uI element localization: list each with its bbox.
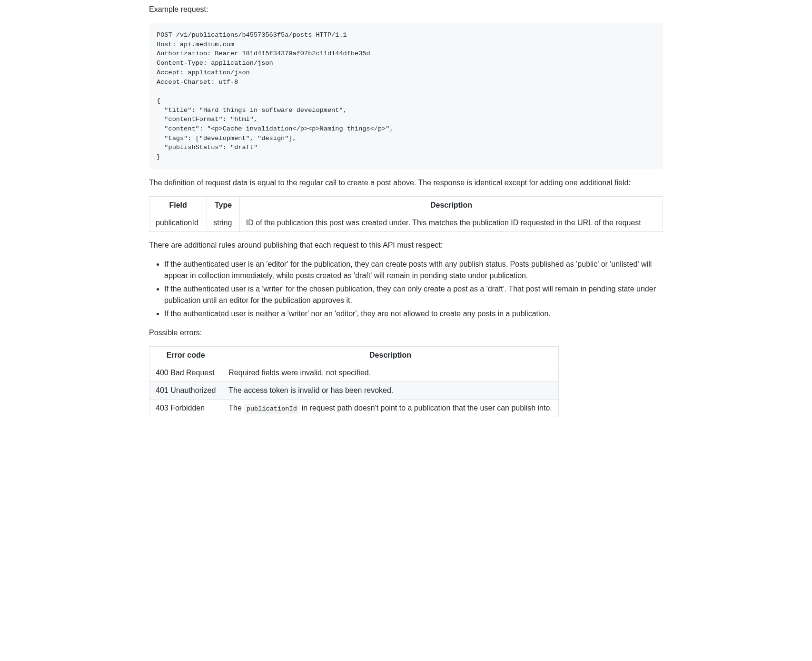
table-row: 401 Unauthorized The access token is inv… bbox=[149, 381, 559, 399]
table-row: publicationId string ID of the publicati… bbox=[149, 214, 663, 231]
fields-header-type: Type bbox=[207, 196, 240, 214]
table-row: 403 Forbidden The publicationId in reque… bbox=[149, 399, 559, 417]
rules-list: If the authenticated user is an 'editor'… bbox=[149, 259, 663, 320]
error-code: 403 Forbidden bbox=[149, 399, 222, 417]
example-request-code: POST /v1/publications/b45573563f5a/posts… bbox=[149, 23, 663, 170]
field-name: publicationId bbox=[149, 214, 207, 231]
field-description: ID of the publication this post was crea… bbox=[239, 214, 663, 231]
list-item: If the authenticated user is neither a '… bbox=[164, 308, 663, 320]
errors-table: Error code Description 400 Bad Request R… bbox=[149, 346, 663, 417]
error-code: 401 Unauthorized bbox=[149, 381, 222, 399]
possible-errors-label: Possible errors: bbox=[149, 327, 663, 339]
table-row: 400 Bad Request Required fields were inv… bbox=[149, 364, 559, 381]
doc-container: Example request: POST /v1/publications/b… bbox=[149, 0, 663, 417]
list-item: If the authenticated user is a 'writer' … bbox=[164, 283, 663, 306]
definition-text: The definition of request data is equal … bbox=[149, 177, 663, 189]
example-request-label: Example request: bbox=[149, 4, 663, 15]
rules-intro: There are additional rules around publis… bbox=[149, 240, 663, 251]
error-description: The publicationId in request path doesn'… bbox=[222, 399, 558, 417]
error-code: 400 Bad Request bbox=[149, 364, 222, 381]
error-desc-prefix: The bbox=[228, 404, 244, 412]
list-item: If the authenticated user is an 'editor'… bbox=[164, 259, 663, 281]
error-desc-suffix: in request path doesn't point to a publi… bbox=[299, 404, 552, 412]
error-description: Required fields were invalid, not specif… bbox=[222, 364, 558, 381]
fields-header-description: Description bbox=[239, 196, 663, 214]
error-description: The access token is invalid or has been … bbox=[222, 381, 558, 399]
fields-header-field: Field bbox=[149, 196, 207, 214]
errors-header-code: Error code bbox=[149, 346, 222, 364]
fields-table: Field Type Description publicationId str… bbox=[149, 196, 663, 232]
field-type: string bbox=[207, 214, 240, 231]
inline-code: publicationId bbox=[244, 404, 299, 413]
errors-header-description: Description bbox=[222, 346, 558, 364]
